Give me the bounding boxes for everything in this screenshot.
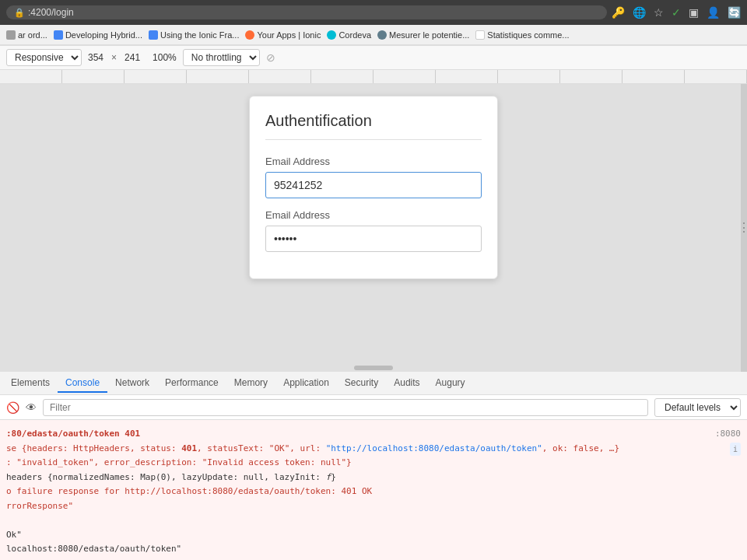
devtools-tabs: Elements Console Network Performance Mem… (0, 372, 747, 395)
tab-security[interactable]: Security (337, 374, 386, 393)
ruler-seg-6 (311, 70, 374, 83)
ruler-seg-2 (62, 70, 124, 83)
ruler-seg-12 (685, 70, 747, 83)
error-url-text: :80/edasta/oauth/token 401 (6, 429, 140, 439)
info-badge: i (730, 443, 741, 456)
key-icon[interactable]: 🔑 (612, 6, 625, 19)
console-line-6: rrorResponse" (6, 500, 741, 513)
tab-augury[interactable]: Augury (428, 374, 473, 393)
bookmark-4[interactable]: Your Apps | Ionic (245, 30, 321, 40)
bookmark-1[interactable]: ar ord... (6, 30, 47, 40)
ruler-seg-5 (249, 70, 311, 83)
console-line-5: o failure response for http://localhost:… (6, 485, 741, 499)
bookmark-label-5: Cordeva (338, 30, 371, 40)
bookmark-icon-1 (6, 30, 16, 40)
error-line-3-text: "invalid_token" (16, 457, 93, 467)
bookmark-icon-4 (245, 30, 254, 40)
console-line-10: ttpResponseBase (6, 558, 741, 561)
bookmark-label-1: ar ord... (18, 30, 47, 40)
console-filter-input[interactable] (43, 399, 648, 416)
extension3-icon[interactable]: 🔄 (728, 6, 741, 19)
bookmark-6[interactable]: Mesurer le potentie... (377, 30, 469, 40)
console-toolbar: 🚫 👁 Default levels (0, 395, 747, 420)
responsive-select[interactable]: Responsive (6, 49, 82, 66)
extension2-icon[interactable]: ▣ (689, 6, 699, 19)
bookmarks-bar: ar ord... Developing Hybrid... Using the… (0, 25, 747, 45)
console-line-7 (6, 514, 741, 527)
console-output: :80/edasta/oauth/token 401 :8080 se {hea… (0, 420, 747, 560)
login-card: Authentification Email Address Email Add… (249, 96, 498, 279)
console-line-1: :80/edasta/oauth/token 401 :8080 (6, 428, 741, 441)
tab-elements[interactable]: Elements (3, 374, 58, 393)
bookmark-label-6: Mesurer le potentie... (389, 30, 469, 40)
ruler-seg-8 (436, 70, 498, 83)
line-number-right-1: :8080 (715, 428, 741, 441)
ruler-seg-1 (0, 70, 62, 83)
console-line-8: Ok" (6, 529, 741, 542)
bookmark-label-4: Your Apps | Ionic (257, 30, 321, 40)
bookmark-icon-5 (327, 30, 336, 40)
lock-icon: 🔒 (14, 8, 25, 18)
bookmark-icon-6 (377, 30, 387, 40)
tab-performance[interactable]: Performance (157, 374, 226, 393)
height-label: 241 (124, 52, 140, 63)
bookmark-label-2: Developing Hybrid... (65, 30, 142, 40)
page-preview: Authentification Email Address Email Add… (0, 84, 747, 372)
console-line-4: headers {normalizedNames: Map(0), lazyUp… (6, 471, 741, 485)
bookmark-7[interactable]: Statistiques comme... (475, 30, 569, 40)
ruler-seg-9 (498, 70, 560, 83)
width-label: 354 (88, 52, 103, 63)
tab-audits[interactable]: Audits (386, 374, 427, 393)
devtools-panel: Elements Console Network Performance Mem… (0, 372, 747, 560)
throttling-select[interactable]: No throttling (183, 49, 260, 66)
console-level-select[interactable]: Default levels (654, 398, 741, 417)
bookmark-3[interactable]: Using the Ionic Fra... (149, 30, 240, 40)
address-bar-row: 🔒 :4200/login 🔑 🌐 ☆ ✓ ▣ 👤 🔄 (0, 0, 747, 25)
console-line-3: : "invalid_token", error_description: "I… (6, 457, 741, 470)
bookmark-icon-7 (475, 30, 485, 40)
console-eye-button[interactable]: 👁 (26, 401, 37, 414)
viewport-ruler (0, 70, 747, 84)
address-bar[interactable]: 🔒 :4200/login (6, 5, 607, 19)
console-line-9: localhost:8080/edasta/oauth/token" (6, 543, 741, 556)
tab-memory[interactable]: Memory (226, 374, 275, 393)
ruler-seg-7 (374, 70, 436, 83)
extension-green-icon[interactable]: ✓ (672, 6, 681, 19)
bookmark-5[interactable]: Cordeva (327, 30, 371, 40)
email-input[interactable] (265, 172, 482, 198)
browser-toolbar-icons: 🔑 🌐 ☆ ✓ ▣ 👤 🔄 (612, 6, 741, 19)
tab-application[interactable]: Application (275, 374, 337, 393)
ruler-seg-11 (622, 70, 685, 83)
tab-network[interactable]: Network (107, 374, 157, 393)
star-icon[interactable]: ☆ (654, 6, 664, 19)
dimension-x: × (111, 52, 117, 63)
translate-icon[interactable]: 🌐 (633, 6, 646, 19)
no-throttling-icon: ⊘ (266, 51, 275, 64)
console-clear-button[interactable]: 🚫 (6, 401, 19, 414)
ruler-seg-10 (560, 70, 622, 83)
profile-icon[interactable]: 👤 (707, 6, 720, 19)
password-input[interactable] (265, 226, 482, 252)
address-text: :4200/login (28, 7, 74, 18)
browser-window: 🔒 :4200/login 🔑 🌐 ☆ ✓ ▣ 👤 🔄 ar ord... De… (0, 0, 747, 560)
horizontal-resize-handle[interactable] (354, 364, 393, 372)
bookmark-icon-2 (54, 30, 63, 40)
ruler-seg-3 (124, 70, 187, 83)
bookmark-2[interactable]: Developing Hybrid... (54, 30, 142, 40)
vertical-resize-handle[interactable]: ⋮ (741, 84, 747, 372)
zoom-label: 100% (153, 52, 177, 63)
bookmark-label-7: Statistiques comme... (487, 30, 569, 40)
login-title: Authentification (265, 112, 482, 140)
tab-console[interactable]: Console (58, 374, 107, 393)
email-label: Email Address (265, 156, 482, 167)
devtools-responsive-toolbar: Responsive 354 × 241 100% No throttling … (0, 45, 747, 70)
bookmark-label-3: Using the Ionic Fra... (160, 30, 240, 40)
password-label: Email Address (265, 209, 482, 221)
bookmark-icon-3 (149, 30, 158, 40)
ruler-seg-4 (187, 70, 249, 83)
error-line-2-text: se {headers: HttpHeaders, status: 401, s… (6, 443, 619, 453)
console-line-2: se {headers: HttpHeaders, status: 401, s… (6, 443, 741, 456)
